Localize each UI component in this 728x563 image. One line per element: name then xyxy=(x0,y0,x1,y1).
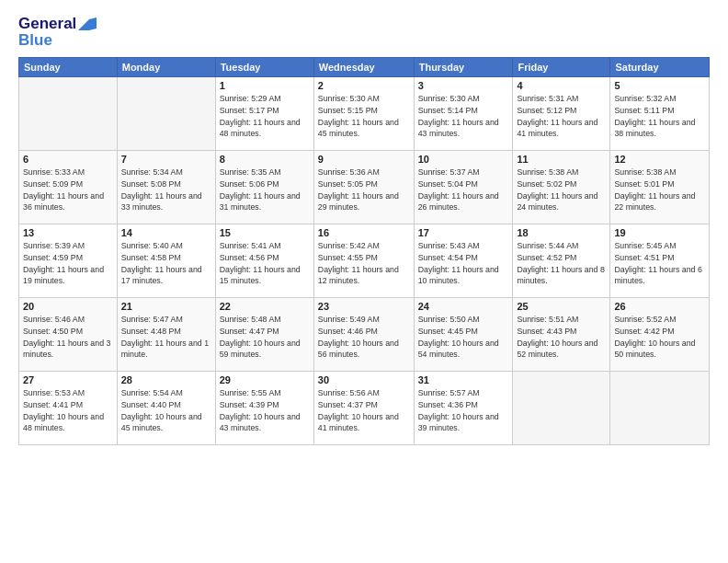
calendar-cell xyxy=(117,77,215,151)
day-info: Sunrise: 5:30 AMSunset: 5:15 PMDaylight:… xyxy=(318,93,410,140)
day-info: Sunrise: 5:51 AMSunset: 4:43 PMDaylight:… xyxy=(517,314,606,361)
weekday-header-tuesday: Tuesday xyxy=(215,58,313,77)
day-info: Sunrise: 5:38 AMSunset: 5:02 PMDaylight:… xyxy=(517,167,606,213)
day-info: Sunrise: 5:32 AMSunset: 5:11 PMDaylight:… xyxy=(614,93,705,140)
day-number: 25 xyxy=(517,301,606,312)
day-info: Sunrise: 5:43 AMSunset: 4:54 PMDaylight:… xyxy=(418,240,509,287)
calendar-cell: 14Sunrise: 5:40 AMSunset: 4:58 PMDayligh… xyxy=(117,224,215,298)
day-info: Sunrise: 5:53 AMSunset: 4:41 PMDaylight:… xyxy=(23,387,113,434)
calendar-cell: 12Sunrise: 5:38 AMSunset: 5:01 PMDayligh… xyxy=(610,151,710,224)
day-info: Sunrise: 5:49 AMSunset: 4:46 PMDaylight:… xyxy=(318,314,410,361)
calendar-cell: 31Sunrise: 5:57 AMSunset: 4:36 PMDayligh… xyxy=(414,372,513,445)
weekday-header-thursday: Thursday xyxy=(414,58,513,77)
day-number: 17 xyxy=(418,227,509,238)
calendar-cell: 15Sunrise: 5:41 AMSunset: 4:56 PMDayligh… xyxy=(215,224,313,298)
calendar-cell: 6Sunrise: 5:33 AMSunset: 5:09 PMDaylight… xyxy=(19,151,118,224)
week-row-1: 1Sunrise: 5:29 AMSunset: 5:17 PMDaylight… xyxy=(19,77,710,151)
day-info: Sunrise: 5:36 AMSunset: 5:05 PMDaylight:… xyxy=(318,167,410,213)
logo: General Blue xyxy=(18,15,97,50)
day-number: 14 xyxy=(121,227,211,238)
page: General Blue SundayMondayTuesdayWednesda… xyxy=(0,0,728,563)
calendar-cell: 4Sunrise: 5:31 AMSunset: 5:12 PMDaylight… xyxy=(513,77,610,151)
day-info: Sunrise: 5:33 AMSunset: 5:09 PMDaylight:… xyxy=(23,167,113,213)
calendar-cell xyxy=(513,372,610,445)
day-number: 10 xyxy=(418,154,509,165)
calendar-cell: 27Sunrise: 5:53 AMSunset: 4:41 PMDayligh… xyxy=(19,372,118,445)
calendar-cell: 23Sunrise: 5:49 AMSunset: 4:46 PMDayligh… xyxy=(313,298,414,372)
calendar-cell: 22Sunrise: 5:48 AMSunset: 4:47 PMDayligh… xyxy=(215,298,313,372)
day-number: 6 xyxy=(23,154,113,165)
day-number: 5 xyxy=(614,80,705,91)
calendar-cell: 1Sunrise: 5:29 AMSunset: 5:17 PMDaylight… xyxy=(215,77,313,151)
day-info: Sunrise: 5:57 AMSunset: 4:36 PMDaylight:… xyxy=(418,387,509,434)
day-number: 22 xyxy=(220,301,310,312)
day-number: 30 xyxy=(318,374,410,385)
day-number: 28 xyxy=(121,374,211,385)
day-info: Sunrise: 5:42 AMSunset: 4:55 PMDaylight:… xyxy=(318,240,410,287)
calendar-cell: 17Sunrise: 5:43 AMSunset: 4:54 PMDayligh… xyxy=(414,224,513,298)
day-number: 2 xyxy=(318,80,410,91)
calendar-cell: 20Sunrise: 5:46 AMSunset: 4:50 PMDayligh… xyxy=(19,298,118,372)
calendar-cell: 28Sunrise: 5:54 AMSunset: 4:40 PMDayligh… xyxy=(117,372,215,445)
week-row-2: 6Sunrise: 5:33 AMSunset: 5:09 PMDaylight… xyxy=(19,151,710,224)
calendar-cell: 21Sunrise: 5:47 AMSunset: 4:48 PMDayligh… xyxy=(117,298,215,372)
svg-marker-0 xyxy=(78,17,97,30)
day-number: 8 xyxy=(220,154,310,165)
day-number: 13 xyxy=(23,227,113,238)
day-info: Sunrise: 5:55 AMSunset: 4:39 PMDaylight:… xyxy=(220,387,310,434)
day-info: Sunrise: 5:41 AMSunset: 4:56 PMDaylight:… xyxy=(220,240,310,287)
day-info: Sunrise: 5:39 AMSunset: 4:59 PMDaylight:… xyxy=(23,240,113,287)
calendar-cell: 30Sunrise: 5:56 AMSunset: 4:37 PMDayligh… xyxy=(313,372,414,445)
logo-blue-text: Blue xyxy=(18,31,52,50)
day-number: 21 xyxy=(121,301,211,312)
day-info: Sunrise: 5:46 AMSunset: 4:50 PMDaylight:… xyxy=(23,314,113,361)
calendar-cell xyxy=(610,372,710,445)
calendar-cell: 24Sunrise: 5:50 AMSunset: 4:45 PMDayligh… xyxy=(414,298,513,372)
day-number: 24 xyxy=(418,301,509,312)
calendar-cell: 16Sunrise: 5:42 AMSunset: 4:55 PMDayligh… xyxy=(313,224,414,298)
day-info: Sunrise: 5:34 AMSunset: 5:08 PMDaylight:… xyxy=(121,167,211,213)
day-info: Sunrise: 5:30 AMSunset: 5:14 PMDaylight:… xyxy=(418,93,509,140)
day-info: Sunrise: 5:50 AMSunset: 4:45 PMDaylight:… xyxy=(418,314,509,361)
day-info: Sunrise: 5:31 AMSunset: 5:12 PMDaylight:… xyxy=(517,93,606,140)
day-number: 27 xyxy=(23,374,113,385)
calendar-cell: 25Sunrise: 5:51 AMSunset: 4:43 PMDayligh… xyxy=(513,298,610,372)
calendar-cell: 3Sunrise: 5:30 AMSunset: 5:14 PMDaylight… xyxy=(414,77,513,151)
logo-bird-icon xyxy=(78,17,97,30)
calendar-cell xyxy=(19,77,118,151)
day-number: 29 xyxy=(220,374,310,385)
day-info: Sunrise: 5:48 AMSunset: 4:47 PMDaylight:… xyxy=(220,314,310,361)
calendar-table: SundayMondayTuesdayWednesdayThursdayFrid… xyxy=(18,57,710,445)
day-info: Sunrise: 5:45 AMSunset: 4:51 PMDaylight:… xyxy=(614,240,705,287)
week-row-5: 27Sunrise: 5:53 AMSunset: 4:41 PMDayligh… xyxy=(19,372,710,445)
day-number: 15 xyxy=(220,227,310,238)
day-info: Sunrise: 5:52 AMSunset: 4:42 PMDaylight:… xyxy=(614,314,705,361)
weekday-header-sunday: Sunday xyxy=(19,58,118,77)
calendar-cell: 9Sunrise: 5:36 AMSunset: 5:05 PMDaylight… xyxy=(313,151,414,224)
day-number: 16 xyxy=(318,227,410,238)
calendar-cell: 26Sunrise: 5:52 AMSunset: 4:42 PMDayligh… xyxy=(610,298,710,372)
day-number: 23 xyxy=(318,301,410,312)
weekday-header-wednesday: Wednesday xyxy=(313,58,414,77)
calendar-cell: 7Sunrise: 5:34 AMSunset: 5:08 PMDaylight… xyxy=(117,151,215,224)
day-number: 18 xyxy=(517,227,606,238)
day-info: Sunrise: 5:47 AMSunset: 4:48 PMDaylight:… xyxy=(121,314,211,361)
calendar-cell: 2Sunrise: 5:30 AMSunset: 5:15 PMDaylight… xyxy=(313,77,414,151)
day-number: 20 xyxy=(23,301,113,312)
day-number: 12 xyxy=(614,154,705,165)
day-info: Sunrise: 5:40 AMSunset: 4:58 PMDaylight:… xyxy=(121,240,211,287)
header: General Blue xyxy=(18,15,710,50)
day-number: 26 xyxy=(614,301,705,312)
day-info: Sunrise: 5:54 AMSunset: 4:40 PMDaylight:… xyxy=(121,387,211,434)
day-number: 11 xyxy=(517,154,606,165)
weekday-header-friday: Friday xyxy=(513,58,610,77)
day-number: 4 xyxy=(517,80,606,91)
calendar-cell: 8Sunrise: 5:35 AMSunset: 5:06 PMDaylight… xyxy=(215,151,313,224)
day-info: Sunrise: 5:35 AMSunset: 5:06 PMDaylight:… xyxy=(220,167,310,213)
calendar-cell: 19Sunrise: 5:45 AMSunset: 4:51 PMDayligh… xyxy=(610,224,710,298)
day-info: Sunrise: 5:37 AMSunset: 5:04 PMDaylight:… xyxy=(418,167,509,213)
week-row-4: 20Sunrise: 5:46 AMSunset: 4:50 PMDayligh… xyxy=(19,298,710,372)
day-number: 19 xyxy=(614,227,705,238)
week-row-3: 13Sunrise: 5:39 AMSunset: 4:59 PMDayligh… xyxy=(19,224,710,298)
weekday-header-row: SundayMondayTuesdayWednesdayThursdayFrid… xyxy=(19,58,710,77)
